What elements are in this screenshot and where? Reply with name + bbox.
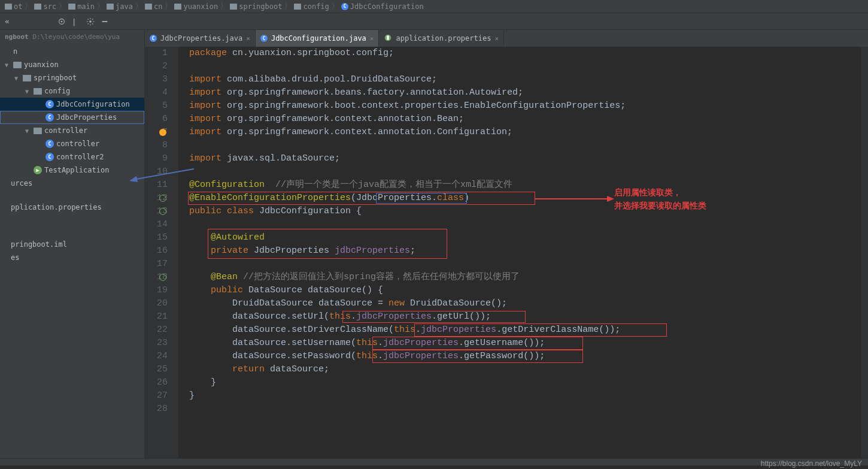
- expand-arrow-icon[interactable]: ▼: [14, 75, 20, 81]
- code-line[interactable]: @EnableConfigurationProperties(JdbcPrope…: [189, 192, 861, 205]
- code-line[interactable]: [189, 258, 861, 271]
- editor-tab[interactable]: application.properties×: [379, 30, 504, 47]
- tree-node-label: controller2: [56, 153, 104, 161]
- code-line[interactable]: @Configuration //声明一个类是一个java配置类，相当于一个xm…: [189, 178, 861, 192]
- line-number: 25: [145, 363, 168, 376]
- tree-node-label: JdbcProperties: [56, 113, 117, 122]
- project-path-header: ngboot D:\leyou\code\demo\yua: [0, 30, 144, 44]
- breadcrumb-item[interactable]: config: [294, 2, 329, 11]
- code-line[interactable]: package cn.yuanxion.springboot.config;: [189, 47, 861, 60]
- horizontal-scrollbar[interactable]: [0, 458, 868, 465]
- expand-arrow-icon[interactable]: ▼: [5, 62, 11, 68]
- code-line[interactable]: [189, 403, 861, 416]
- expand-arrow-icon[interactable]: ▼: [25, 128, 31, 134]
- code-line[interactable]: DruidDataSource dataSource = new DruidDa…: [189, 297, 861, 310]
- chevron-right-icon: 〉: [332, 1, 339, 11]
- folder-icon: [68, 4, 75, 10]
- editor-tab[interactable]: CJdbcConfiguration.java×: [256, 30, 380, 47]
- code-line[interactable]: [189, 60, 861, 73]
- code-line[interactable]: }: [189, 389, 861, 403]
- code-line[interactable]: [189, 139, 861, 152]
- line-number: 24: [145, 350, 168, 363]
- breadcrumb-item[interactable]: java: [107, 2, 133, 11]
- class-icon: C: [45, 100, 54, 108]
- code-line[interactable]: import org.springframework.context.annot…: [189, 113, 861, 126]
- line-number: 26: [145, 376, 168, 389]
- tree-node[interactable]: n: [0, 45, 144, 58]
- breadcrumb-item[interactable]: main: [68, 2, 95, 11]
- breadcrumb-item[interactable]: CJdbcConfiguration: [341, 2, 424, 11]
- breadcrumb-item[interactable]: src: [34, 2, 56, 11]
- line-number: 12: [145, 192, 168, 205]
- tree-node-label: urces: [11, 179, 32, 187]
- tree-node[interactable]: CJdbcConfiguration: [0, 98, 144, 111]
- line-number: 8: [145, 139, 168, 152]
- code-line[interactable]: public class JdbcConfiguration {: [189, 205, 861, 218]
- run-gutter-icon[interactable]: [159, 208, 166, 215]
- code-line[interactable]: import org.springframework.boot.context.…: [189, 99, 861, 113]
- close-icon[interactable]: ×: [246, 35, 250, 43]
- tree-node[interactable]: ▶TestApplication: [0, 164, 144, 177]
- chevron-right-icon: 〉: [284, 1, 292, 11]
- runnable-class-icon: ▶: [34, 166, 42, 174]
- code-line[interactable]: import com.alibaba.druid.pool.DruidDataS…: [189, 73, 861, 86]
- code-line[interactable]: public DataSource dataSource() {: [189, 284, 861, 297]
- close-icon[interactable]: ×: [494, 35, 499, 43]
- code-editor[interactable]: 1234567891011121314151617181920212223242…: [145, 47, 868, 458]
- project-tree[interactable]: n▼yuanxion▼springboot▼configCJdbcConfigu…: [0, 44, 144, 265]
- line-number: 14: [145, 218, 168, 231]
- code-line[interactable]: [189, 218, 861, 231]
- watermark: https://blog.csdn.net/love_MyLY: [761, 459, 862, 468]
- tree-node[interactable]: ▼springboot: [0, 71, 144, 84]
- tree-node[interactable]: CJdbcProperties: [0, 111, 144, 124]
- code-line[interactable]: dataSource.setUrl(this.jdbcProperties.ge…: [189, 310, 861, 323]
- code-line[interactable]: dataSource.setUsername(this.jdbcProperti…: [189, 337, 861, 350]
- tree-node[interactable]: ▼controller: [0, 124, 144, 137]
- chevron-right-icon: 〉: [135, 1, 142, 11]
- tree-node[interactable]: Ccontroller2: [0, 150, 144, 164]
- tree-node[interactable]: ▼yuanxion: [0, 58, 144, 71]
- tree-node[interactable]: pplication.properties: [0, 201, 144, 214]
- code-line[interactable]: import javax.sql.DataSource;: [189, 152, 861, 165]
- code-line[interactable]: dataSource.setPassword(this.jdbcProperti…: [189, 350, 861, 363]
- code-line[interactable]: }: [189, 376, 861, 389]
- class-icon: C: [341, 3, 348, 10]
- folder-icon: [5, 4, 12, 10]
- line-number: 27: [145, 389, 168, 403]
- gear-icon[interactable]: [86, 17, 95, 26]
- code-line[interactable]: private JdbcProperties jdbcProperties;: [189, 244, 861, 258]
- hide-icon[interactable]: [101, 17, 109, 26]
- tree-node[interactable]: Ccontroller: [0, 137, 144, 150]
- intention-bulb-icon[interactable]: [159, 129, 166, 136]
- tree-node[interactable]: es: [0, 251, 144, 264]
- tree-node[interactable]: ▼config: [0, 84, 144, 98]
- run-gutter-icon[interactable]: [159, 195, 166, 202]
- breadcrumb-item[interactable]: springboot: [230, 2, 282, 11]
- collapse-button[interactable]: «: [5, 17, 10, 26]
- tree-node[interactable]: urces: [0, 177, 144, 190]
- tree-node[interactable]: pringboot.iml: [0, 238, 144, 251]
- chevron-right-icon: 〉: [59, 1, 66, 11]
- breadcrumb-item[interactable]: ot: [5, 2, 22, 11]
- code-line[interactable]: import org.springframework.context.annot…: [189, 126, 861, 139]
- editor-tab[interactable]: CJdbcProperties.java×: [145, 30, 256, 47]
- breadcrumb-item[interactable]: yuanxion: [174, 2, 218, 11]
- code-line[interactable]: @Autowired: [189, 231, 861, 244]
- tree-node-label: JdbcConfiguration: [56, 100, 130, 108]
- line-number: 28: [145, 403, 168, 416]
- target-icon[interactable]: [57, 17, 66, 26]
- close-icon[interactable]: ×: [370, 35, 374, 43]
- line-number: 6: [145, 113, 168, 126]
- toolbar: « |: [0, 13, 868, 30]
- run-gutter-icon[interactable]: [159, 274, 166, 281]
- code-line[interactable]: dataSource.setDriverClassName(this.jdbcP…: [189, 323, 861, 337]
- code-line[interactable]: import org.springframework.beans.factory…: [189, 86, 861, 99]
- code-content[interactable]: package cn.yuanxion.springboot.config;im…: [178, 47, 861, 458]
- expand-arrow-icon[interactable]: ▼: [25, 88, 31, 95]
- code-line[interactable]: return dataSource;: [189, 363, 861, 376]
- code-line[interactable]: @Bean //把方法的返回值注入到spring容器，然后在任何地方都可以使用了: [189, 271, 861, 284]
- code-line[interactable]: [189, 165, 861, 178]
- folder-icon: [145, 4, 152, 10]
- breadcrumb-item[interactable]: cn: [145, 2, 162, 11]
- class-icon: C: [150, 35, 157, 42]
